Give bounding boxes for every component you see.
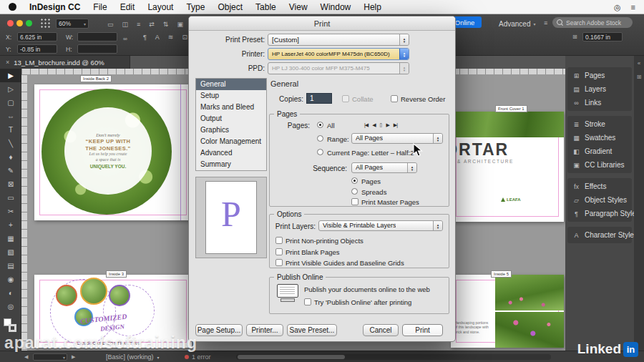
- page-setup-button[interactable]: Page Setup...: [195, 324, 243, 336]
- quote-text-frame[interactable]: Don't merely“KEEP UP WITHTHE JONESES.”Le…: [64, 107, 152, 195]
- app-bar-menu-icon[interactable]: ≡: [544, 19, 547, 26]
- page-inside-back[interactable]: Don't merely“KEEP UP WITHTHE JONESES.”Le…: [34, 84, 192, 220]
- panel-stroke[interactable]: ≣ Stroke: [567, 117, 632, 131]
- cover-logo[interactable]: LEAFA: [501, 197, 521, 202]
- menubar-status-icon-2[interactable]: ≡: [631, 3, 635, 11]
- horizontal-scrollbar[interactable]: [236, 354, 551, 360]
- page-tool-icon[interactable]: ▢: [0, 96, 21, 109]
- page-nav-icon[interactable]: ▶|: [394, 122, 397, 128]
- panel-character-styles[interactable]: A Character Styles: [567, 228, 632, 242]
- print-section-setup[interactable]: Setup: [196, 90, 266, 102]
- sequence-select[interactable]: All Pages ▴▾: [351, 162, 417, 173]
- preflight-menu[interactable]: [Basic] (working) ▾: [106, 353, 160, 361]
- toolbar-icon[interactable]: ⇅: [163, 21, 169, 28]
- print-section-color-management[interactable]: Color Management: [196, 136, 266, 147]
- print-blank-pages-checkbox[interactable]: [275, 248, 283, 255]
- panel-swatches[interactable]: ▦ Swatches: [567, 131, 632, 145]
- photo-caption[interactable]: Hardscaping portions of this landscape w…: [454, 321, 492, 334]
- scrollbar-thumb[interactable]: [238, 355, 345, 359]
- x-input[interactable]: 6.625 in: [17, 32, 57, 41]
- page-front-cover[interactable]: MORTAR DESIGN & ARCHITECTURE LEAFA: [451, 112, 564, 222]
- garden-photo-bottom[interactable]: [495, 312, 564, 348]
- print-section-general[interactable]: General: [196, 79, 266, 90]
- type-tool-icon[interactable]: T: [0, 123, 21, 137]
- print-section-marks-and-bleed[interactable]: Marks and Bleed: [196, 102, 266, 113]
- pen-tool-icon[interactable]: ♦: [0, 150, 21, 164]
- offset-input[interactable]: 0.1667 in: [582, 32, 623, 41]
- selection-tool-icon[interactable]: ▶: [0, 69, 21, 82]
- toolbar-icon[interactable]: ⊡: [182, 34, 187, 41]
- w-input[interactable]: [77, 32, 117, 41]
- panel-object-styles[interactable]: ▱ Object Styles: [567, 193, 632, 207]
- toolbar-icon[interactable]: ◫: [122, 21, 129, 28]
- print-guides-checkbox[interactable]: [275, 259, 283, 266]
- free-transform-tool-icon[interactable]: +: [0, 218, 21, 232]
- cancel-button[interactable]: Cancel: [363, 324, 399, 336]
- panel-pages[interactable]: ⊞ Pages: [567, 69, 632, 82]
- cover-subtitle[interactable]: DESIGN & ARCHITECTURE: [451, 159, 514, 164]
- pencil-tool-icon[interactable]: ✎: [0, 164, 21, 177]
- print-button[interactable]: Print: [402, 324, 443, 336]
- panel-layers[interactable]: ▤ Layers: [567, 82, 632, 96]
- menu-item[interactable]: File: [93, 2, 107, 12]
- page-nav-icon[interactable]: ▯: [380, 122, 382, 128]
- cover-title[interactable]: MORTAR: [451, 140, 509, 160]
- reverse-order-checkbox[interactable]: [391, 95, 398, 102]
- print-master-pages-checkbox[interactable]: [351, 198, 358, 205]
- save-preset-button[interactable]: Save Preset...: [287, 324, 337, 336]
- menu-app-name[interactable]: InDesign CC: [29, 2, 80, 12]
- print-layers-select[interactable]: Visible & Printable Layers ▴▾: [318, 220, 443, 231]
- panel-links[interactable]: ∞ Links: [567, 96, 632, 109]
- menu-item[interactable]: View: [289, 2, 308, 12]
- print-section-summary[interactable]: Summary: [196, 159, 266, 170]
- page-nav-icon[interactable]: |◀: [364, 122, 368, 128]
- gap-tool-icon[interactable]: ⇔: [0, 109, 21, 123]
- menu-item[interactable]: Edit: [120, 2, 135, 12]
- toolbar-icon[interactable]: ▣: [177, 21, 183, 28]
- link-dimensions-icon[interactable]: ∞: [123, 36, 127, 42]
- toolbar-icon[interactable]: ≡: [137, 21, 140, 28]
- toolbar-icon[interactable]: ⇄: [149, 21, 155, 28]
- menu-item[interactable]: Object: [218, 2, 243, 12]
- gradient-feather-tool-icon[interactable]: ▧: [0, 245, 21, 259]
- search-input[interactable]: [566, 19, 629, 26]
- spreads-radio[interactable]: [351, 188, 358, 195]
- previous-page-button[interactable]: ◀: [24, 354, 28, 360]
- pages-radio[interactable]: [351, 177, 358, 184]
- apple-menu-icon[interactable]: [9, 3, 16, 11]
- menu-item[interactable]: Type: [186, 2, 205, 12]
- page-inside-right[interactable]: Hardscaping portions of this landscape w…: [451, 275, 564, 348]
- menu-item[interactable]: Table: [255, 2, 276, 12]
- all-pages-radio[interactable]: [317, 122, 323, 128]
- panel-gradient[interactable]: ◧ Gradient: [567, 145, 632, 158]
- page-nav-icon[interactable]: ▶: [386, 122, 389, 128]
- photo-circle[interactable]: [56, 285, 77, 306]
- menubar-status-icon-1[interactable]: ◎: [614, 3, 621, 12]
- panel-effects[interactable]: fx Effects: [567, 180, 632, 193]
- search-box[interactable]: [552, 17, 633, 28]
- menu-item[interactable]: Help: [364, 2, 381, 12]
- gradient-tool-icon[interactable]: ▦: [0, 232, 21, 245]
- eyedropper-tool-icon[interactable]: ◉: [0, 273, 21, 286]
- stroke-swatch[interactable]: [9, 324, 16, 332]
- window-zoom-button[interactable]: [26, 20, 32, 26]
- zoom-level-select[interactable]: 60% ▾: [56, 19, 89, 29]
- photo-circle[interactable]: [80, 278, 107, 305]
- panel-cc-libraries[interactable]: ▣ CC Libraries: [567, 158, 632, 172]
- toolbar-icon[interactable]: A: [155, 34, 160, 41]
- y-input[interactable]: -0.85 in: [17, 44, 57, 54]
- workspace-switcher[interactable]: Advanced ▾: [499, 19, 536, 29]
- printer-button[interactable]: Printer...: [246, 324, 283, 336]
- foliage-photo[interactable]: [451, 112, 564, 137]
- menu-item[interactable]: Layout: [147, 2, 173, 12]
- current-page-radio[interactable]: [317, 149, 323, 155]
- page-nav-icon[interactable]: ◀: [372, 122, 375, 128]
- rectangle-frame-tool-icon[interactable]: ⊠: [0, 177, 21, 191]
- hand-tool-icon[interactable]: ◐: [0, 286, 21, 300]
- h-input[interactable]: [77, 44, 117, 54]
- print-section-graphics[interactable]: Graphics: [196, 124, 266, 136]
- window-minimize-button[interactable]: [16, 20, 23, 26]
- zoom-tool-icon[interactable]: ◎: [0, 300, 21, 313]
- reference-point-proxy[interactable]: [40, 18, 51, 29]
- printer-select[interactable]: HP LaserJet 400 colorMFP M475dn (BC650D)…: [268, 48, 409, 60]
